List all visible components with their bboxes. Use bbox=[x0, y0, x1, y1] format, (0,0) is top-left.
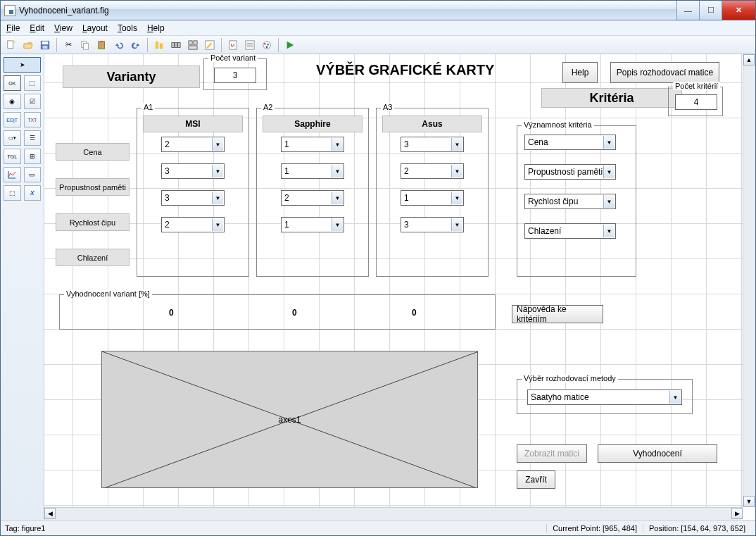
zavrit-button[interactable]: Zavřít bbox=[517, 470, 555, 489]
menu-edit[interactable]: Edit bbox=[30, 23, 44, 33]
run-icon[interactable] bbox=[282, 37, 298, 53]
scroll-up-icon[interactable]: ▲ bbox=[743, 54, 755, 66]
a3-dd-3[interactable]: 1▼ bbox=[401, 190, 464, 206]
slider-tool[interactable]: ⬚ bbox=[24, 75, 42, 91]
panel-tool[interactable]: ▭ bbox=[24, 167, 42, 182]
chevron-down-icon: ▼ bbox=[451, 218, 462, 231]
a3-dd-4[interactable]: 3▼ bbox=[401, 217, 464, 232]
signif-dd-2[interactable]: Propustnosti paměti▼ bbox=[524, 164, 616, 180]
signif-dd-3[interactable]: Rychlost čipu▼ bbox=[524, 194, 616, 209]
minimize-button[interactable]: — bbox=[676, 1, 699, 20]
pushbutton-tool[interactable]: OK bbox=[4, 75, 21, 91]
scroll-left-icon[interactable]: ◀ bbox=[44, 508, 56, 519]
chevron-down-icon: ▼ bbox=[603, 195, 615, 208]
chevron-down-icon: ▼ bbox=[332, 138, 343, 151]
a2-dd-3[interactable]: 2▼ bbox=[281, 190, 344, 206]
a3-name: Asus bbox=[382, 116, 482, 132]
copy-icon[interactable] bbox=[77, 37, 93, 53]
table-tool[interactable]: ⊞ bbox=[24, 149, 42, 164]
close-button[interactable]: ✕ bbox=[722, 1, 755, 20]
vertical-scrollbar[interactable]: ▲ ▼ bbox=[743, 54, 755, 507]
help-button[interactable]: Help bbox=[562, 62, 598, 83]
pocet-variant-fieldset: Počet variant bbox=[203, 58, 267, 90]
mfile-icon[interactable]: M bbox=[225, 37, 241, 53]
vyhodnoceni-button[interactable]: Vyhodnocení bbox=[598, 444, 717, 463]
axes-label: axes1 bbox=[278, 415, 301, 425]
svg-text:M: M bbox=[231, 42, 235, 47]
open-icon[interactable] bbox=[20, 37, 36, 53]
main-title: VÝBĚR GRAFICKÉ KARTY bbox=[316, 62, 494, 78]
align-icon[interactable] bbox=[151, 37, 167, 53]
titlebar[interactable]: Vyhodnoceni_variant.fig — ☐ ✕ bbox=[1, 1, 755, 20]
browser-icon[interactable] bbox=[259, 37, 275, 53]
pocet-variant-input[interactable] bbox=[214, 68, 256, 83]
row-cena: Cena bbox=[56, 143, 130, 161]
checkbox-tool[interactable]: ☑ bbox=[24, 94, 42, 109]
a1-name: MSI bbox=[143, 116, 243, 132]
vyhodnoceni-panel: Vyhodnocení variant [%] 0 0 0 bbox=[59, 294, 496, 330]
chevron-down-icon: ▼ bbox=[603, 225, 615, 237]
pocet-kriterii-input[interactable] bbox=[675, 94, 717, 110]
new-icon[interactable] bbox=[4, 37, 19, 53]
a1-dd-4[interactable]: 2▼ bbox=[161, 217, 225, 232]
svg-rect-15 bbox=[194, 40, 197, 44]
zobrazit-button[interactable]: Zobrazit matici bbox=[517, 444, 587, 463]
scroll-down-icon[interactable]: ▼ bbox=[743, 496, 755, 507]
a2-dd-4[interactable]: 1▼ bbox=[281, 217, 344, 232]
menu-layout[interactable]: Layout bbox=[82, 23, 108, 33]
svg-rect-9 bbox=[156, 41, 158, 49]
a1-dd-3[interactable]: 3▼ bbox=[161, 190, 225, 206]
toggle-tool[interactable]: TGL bbox=[4, 149, 21, 164]
horizontal-scrollbar[interactable]: ◀ ▶ bbox=[44, 507, 743, 520]
scroll-right-icon[interactable]: ▶ bbox=[731, 508, 743, 519]
signif-dd-1[interactable]: Cena▼ bbox=[524, 135, 616, 150]
axes-placeholder[interactable]: axes1 bbox=[101, 351, 478, 488]
napoveda-button[interactable]: Nápověda ke kritériím bbox=[512, 305, 603, 323]
a1-dd-2[interactable]: 3▼ bbox=[161, 163, 225, 179]
undo-icon[interactable] bbox=[111, 37, 127, 53]
activex-tool[interactable]: X bbox=[24, 185, 42, 201]
chevron-down-icon: ▼ bbox=[212, 165, 223, 177]
text-tool[interactable]: TXT bbox=[24, 112, 42, 127]
a2-dd-2[interactable]: 1▼ bbox=[281, 163, 344, 179]
a1-panel: A1 MSI 2▼ 3▼ 3▼ 2▼ bbox=[137, 108, 249, 277]
svg-rect-0 bbox=[8, 40, 13, 48]
popup-tool[interactable]: ▭▾ bbox=[4, 130, 21, 146]
distribute-icon[interactable] bbox=[168, 37, 184, 53]
radio-tool[interactable]: ◉ bbox=[4, 94, 21, 109]
prop-icon[interactable] bbox=[242, 37, 258, 53]
chevron-down-icon: ▼ bbox=[212, 192, 223, 204]
select-tool[interactable]: ➤ bbox=[4, 57, 41, 73]
menu-file[interactable]: File bbox=[6, 23, 20, 33]
a2-panel: A2 Sapphire 1▼ 1▼ 2▼ 1▼ bbox=[256, 108, 369, 277]
menubar[interactable]: File Edit View Layout Tools Help bbox=[1, 20, 755, 36]
popis-button[interactable]: Popis rozhodovací matice bbox=[610, 62, 719, 83]
pocet-kriterii-legend: Počet kritérií bbox=[673, 82, 720, 90]
chevron-down-icon: ▼ bbox=[212, 218, 223, 231]
editor-icon[interactable] bbox=[202, 37, 218, 53]
signif-dd-4[interactable]: Chlazení▼ bbox=[524, 223, 616, 239]
save-icon[interactable] bbox=[37, 37, 53, 53]
maximize-button[interactable]: ☐ bbox=[699, 1, 722, 20]
a1-dd-1[interactable]: 2▼ bbox=[161, 137, 225, 152]
cut-icon[interactable]: ✂ bbox=[61, 37, 76, 53]
paste-icon[interactable] bbox=[94, 37, 110, 53]
method-dropdown[interactable]: Saatyho matice▼ bbox=[527, 389, 682, 405]
menu-tools[interactable]: Tools bbox=[118, 23, 137, 33]
chevron-down-icon: ▼ bbox=[451, 165, 462, 177]
listbox-tool[interactable]: ☰ bbox=[24, 130, 42, 146]
menu-view[interactable]: View bbox=[54, 23, 73, 33]
a3-dd-1[interactable]: 3▼ bbox=[401, 137, 464, 152]
status-point: Current Point: [965, 484] bbox=[546, 524, 643, 532]
a3-dd-2[interactable]: 2▼ bbox=[401, 163, 464, 179]
layout-icon[interactable] bbox=[185, 37, 201, 53]
figure-canvas[interactable]: Varianty Kritéria Počet variant VÝBĚR GR… bbox=[49, 58, 743, 507]
a2-dd-1[interactable]: 1▼ bbox=[281, 137, 344, 152]
redo-icon[interactable] bbox=[128, 37, 144, 53]
svg-rect-3 bbox=[42, 41, 49, 44]
axes-tool[interactable] bbox=[4, 167, 21, 182]
menu-help[interactable]: Help bbox=[147, 23, 165, 33]
edit-tool[interactable]: ED|T bbox=[4, 112, 21, 127]
buttongroup-tool[interactable]: ⬚ bbox=[4, 185, 21, 201]
svg-point-27 bbox=[266, 46, 268, 48]
